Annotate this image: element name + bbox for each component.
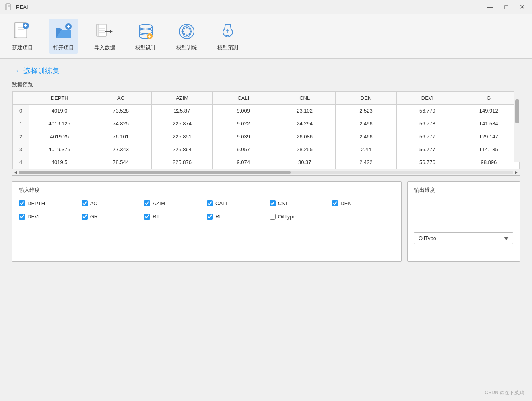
cell-ac: 78.544 bbox=[90, 156, 151, 169]
checkbox-devi[interactable] bbox=[19, 214, 25, 220]
cell-azim: 225.864 bbox=[151, 143, 212, 156]
svg-point-39 bbox=[189, 33, 191, 35]
output-dimension-select[interactable]: OilType bbox=[414, 232, 513, 244]
scroll-right-arrow[interactable]: ▶ bbox=[515, 170, 518, 175]
cell-azim: 225.874 bbox=[151, 117, 212, 130]
new-project-label: 新建项目 bbox=[12, 44, 33, 51]
checkbox-oiltype[interactable] bbox=[270, 214, 276, 220]
cell-devi: 56.776 bbox=[397, 156, 458, 169]
section-header: → 选择训练集 bbox=[12, 66, 520, 76]
v-scrollbar-thumb bbox=[515, 99, 519, 123]
checkbox-item-rt: RT bbox=[144, 214, 207, 220]
checkbox-label-den: DEN bbox=[340, 200, 351, 206]
cell-cali: 9.074 bbox=[213, 156, 274, 169]
checkbox-den[interactable] bbox=[332, 200, 338, 206]
cell-ac: 73.528 bbox=[90, 105, 151, 117]
cell-devi: 56.777 bbox=[397, 143, 458, 156]
checkbox-item-devi: DEVI bbox=[19, 214, 82, 220]
cell-depth: 4019.125 bbox=[29, 117, 90, 130]
cell-depth: 4019.375 bbox=[29, 143, 90, 156]
svg-point-22 bbox=[139, 24, 152, 29]
checkbox-azim[interactable] bbox=[144, 200, 150, 206]
checkbox-rt[interactable] bbox=[144, 214, 150, 220]
toolbar-model-train[interactable]: 模型训练 bbox=[172, 19, 201, 54]
cell-den: 2.44 bbox=[335, 143, 396, 156]
checkbox-label-cnl: CNL bbox=[278, 200, 289, 206]
checkbox-item-cnl: CNL bbox=[270, 200, 332, 206]
cell-den: 2.466 bbox=[335, 130, 396, 143]
title-bar-left: PEAI bbox=[5, 3, 28, 11]
cell-g: 98.896 bbox=[458, 156, 519, 169]
col-header-den: DEN bbox=[335, 92, 396, 105]
toolbar-new-project[interactable]: 新建项目 bbox=[8, 19, 37, 54]
scroll-left-arrow[interactable]: ◀ bbox=[14, 170, 17, 175]
window-controls: — □ ✕ bbox=[484, 2, 527, 12]
checkbox-label-depth: DEPTH bbox=[27, 200, 45, 206]
checkbox-depth[interactable] bbox=[19, 200, 25, 206]
minimize-button[interactable]: — bbox=[484, 3, 495, 12]
toolbar-import-data[interactable]: 导入数据 bbox=[90, 19, 119, 54]
cell-index: 4 bbox=[13, 156, 29, 169]
cell-cali: 9.009 bbox=[213, 105, 274, 117]
close-button[interactable]: ✕ bbox=[517, 2, 527, 12]
section-arrow: → bbox=[12, 67, 19, 75]
scroll-track bbox=[19, 171, 513, 174]
table-container: DEPTH AC AZIM CALI CNL DEN DEVI G 04019.… bbox=[12, 91, 520, 169]
toolbar-model-design[interactable]: 模型设计 bbox=[131, 19, 160, 54]
cell-cali: 9.039 bbox=[213, 130, 274, 143]
checkbox-cnl[interactable] bbox=[270, 200, 276, 206]
checkbox-ac[interactable] bbox=[82, 200, 88, 206]
checkbox-label-ac: AC bbox=[90, 200, 97, 206]
maximize-button[interactable]: □ bbox=[502, 3, 511, 12]
svg-point-31 bbox=[179, 24, 194, 39]
cell-azim: 225.851 bbox=[151, 130, 212, 143]
cell-g: 141.534 bbox=[458, 117, 519, 130]
checkbox-item-ri: RI bbox=[207, 214, 270, 220]
toolbar-model-predict[interactable]: 模型预测 bbox=[213, 19, 242, 54]
svg-point-33 bbox=[186, 35, 188, 37]
data-table: DEPTH AC AZIM CALI CNL DEN DEVI G 04019.… bbox=[12, 91, 520, 169]
main-toolbar: 新建项目 打开项目 bbox=[0, 14, 532, 59]
cell-cali: 9.022 bbox=[213, 117, 274, 130]
table-row: 14019.12574.825225.8749.02224.2942.49656… bbox=[13, 117, 520, 130]
cell-index: 2 bbox=[13, 130, 29, 143]
checkbox-item-oiltype: OilType bbox=[270, 214, 332, 220]
checkbox-cali[interactable] bbox=[207, 200, 213, 206]
table-horizontal-scrollbar[interactable]: ◀ ▶ bbox=[12, 169, 520, 175]
app-title: PEAI bbox=[16, 4, 28, 10]
output-panel: 输出维度 OilType bbox=[407, 181, 520, 262]
cell-cnl: 26.086 bbox=[274, 130, 335, 143]
checkbox-label-oiltype: OilType bbox=[278, 214, 296, 220]
col-header-g: G bbox=[458, 92, 519, 105]
model-predict-label: 模型预测 bbox=[217, 44, 238, 51]
checkbox-ri[interactable] bbox=[207, 214, 213, 220]
table-row: 44019.578.544225.8769.07430.372.42256.77… bbox=[13, 156, 520, 169]
cell-ac: 77.343 bbox=[90, 143, 151, 156]
cell-cali: 9.057 bbox=[213, 143, 274, 156]
cell-g: 114.135 bbox=[458, 143, 519, 156]
checkbox-item-azim: AZIM bbox=[144, 200, 207, 206]
main-content: → 选择训练集 数据预览 DEPTH AC AZIM CALI CNL DEN bbox=[0, 59, 532, 269]
model-train-icon bbox=[176, 21, 197, 42]
checkbox-item-gr: GR bbox=[82, 214, 144, 220]
svg-marker-20 bbox=[110, 30, 113, 33]
checkbox-gr[interactable] bbox=[82, 214, 88, 220]
cell-devi: 56.778 bbox=[397, 117, 458, 130]
cell-ac: 76.101 bbox=[90, 130, 151, 143]
cell-cnl: 24.294 bbox=[274, 117, 335, 130]
checkboxes-grid: DEPTHACAZIMCALICNLDENDEVIGRRTRIOilType bbox=[19, 200, 395, 220]
table-vertical-scrollbar[interactable] bbox=[514, 91, 520, 162]
cell-azim: 225.87 bbox=[151, 105, 212, 117]
toolbar-open-project[interactable]: 打开项目 bbox=[49, 19, 78, 54]
model-predict-icon bbox=[217, 21, 238, 42]
checkbox-label-cali: CALI bbox=[215, 200, 227, 206]
checkbox-label-ri: RI bbox=[215, 214, 221, 220]
cell-depth: 4019.0 bbox=[29, 105, 90, 117]
checkbox-item-den: DEN bbox=[332, 200, 395, 206]
open-project-icon bbox=[53, 21, 74, 42]
cell-g: 129.147 bbox=[458, 130, 519, 143]
checkbox-label-rt: RT bbox=[153, 214, 159, 220]
cell-index: 0 bbox=[13, 105, 29, 117]
svg-point-34 bbox=[182, 31, 184, 33]
col-header-ac: AC bbox=[90, 92, 151, 105]
